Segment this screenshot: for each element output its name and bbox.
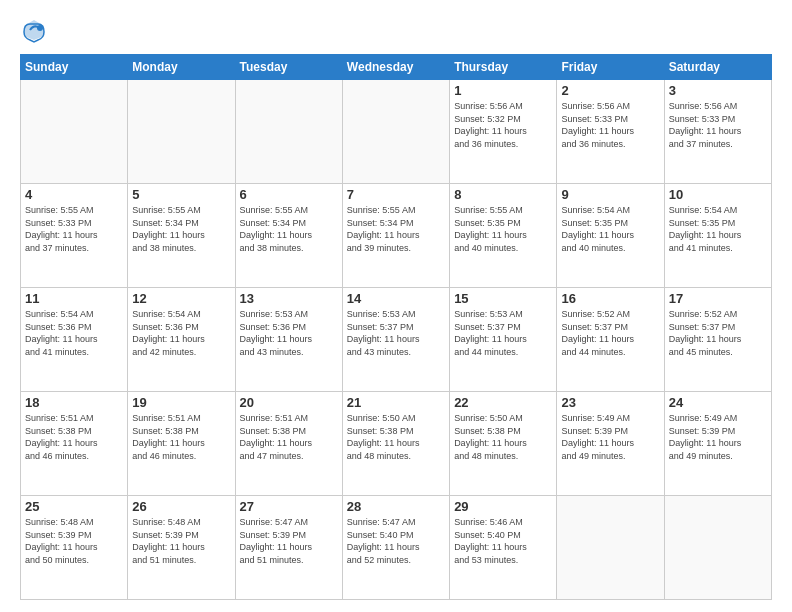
- day-number: 18: [25, 395, 123, 410]
- day-number: 3: [669, 83, 767, 98]
- calendar-week-5: 25Sunrise: 5:48 AM Sunset: 5:39 PM Dayli…: [21, 496, 772, 600]
- day-info: Sunrise: 5:47 AM Sunset: 5:40 PM Dayligh…: [347, 516, 445, 566]
- calendar-cell: 26Sunrise: 5:48 AM Sunset: 5:39 PM Dayli…: [128, 496, 235, 600]
- calendar-cell: 23Sunrise: 5:49 AM Sunset: 5:39 PM Dayli…: [557, 392, 664, 496]
- day-number: 19: [132, 395, 230, 410]
- calendar-cell: 27Sunrise: 5:47 AM Sunset: 5:39 PM Dayli…: [235, 496, 342, 600]
- calendar-week-4: 18Sunrise: 5:51 AM Sunset: 5:38 PM Dayli…: [21, 392, 772, 496]
- day-header-monday: Monday: [128, 55, 235, 80]
- day-info: Sunrise: 5:47 AM Sunset: 5:39 PM Dayligh…: [240, 516, 338, 566]
- day-number: 5: [132, 187, 230, 202]
- calendar-cell: 13Sunrise: 5:53 AM Sunset: 5:36 PM Dayli…: [235, 288, 342, 392]
- header: [20, 16, 772, 44]
- day-info: Sunrise: 5:49 AM Sunset: 5:39 PM Dayligh…: [561, 412, 659, 462]
- calendar-cell: 24Sunrise: 5:49 AM Sunset: 5:39 PM Dayli…: [664, 392, 771, 496]
- day-number: 12: [132, 291, 230, 306]
- day-header-saturday: Saturday: [664, 55, 771, 80]
- general-blue-icon: [20, 16, 48, 44]
- calendar-cell: 14Sunrise: 5:53 AM Sunset: 5:37 PM Dayli…: [342, 288, 449, 392]
- calendar-cell: 29Sunrise: 5:46 AM Sunset: 5:40 PM Dayli…: [450, 496, 557, 600]
- calendar-cell: 20Sunrise: 5:51 AM Sunset: 5:38 PM Dayli…: [235, 392, 342, 496]
- calendar-week-2: 4Sunrise: 5:55 AM Sunset: 5:33 PM Daylig…: [21, 184, 772, 288]
- day-number: 21: [347, 395, 445, 410]
- calendar-cell: 9Sunrise: 5:54 AM Sunset: 5:35 PM Daylig…: [557, 184, 664, 288]
- day-info: Sunrise: 5:48 AM Sunset: 5:39 PM Dayligh…: [25, 516, 123, 566]
- day-number: 4: [25, 187, 123, 202]
- day-info: Sunrise: 5:56 AM Sunset: 5:33 PM Dayligh…: [561, 100, 659, 150]
- day-info: Sunrise: 5:53 AM Sunset: 5:37 PM Dayligh…: [347, 308, 445, 358]
- day-info: Sunrise: 5:55 AM Sunset: 5:35 PM Dayligh…: [454, 204, 552, 254]
- page: SundayMondayTuesdayWednesdayThursdayFrid…: [0, 0, 792, 612]
- day-info: Sunrise: 5:49 AM Sunset: 5:39 PM Dayligh…: [669, 412, 767, 462]
- calendar-cell: 10Sunrise: 5:54 AM Sunset: 5:35 PM Dayli…: [664, 184, 771, 288]
- day-number: 13: [240, 291, 338, 306]
- day-info: Sunrise: 5:53 AM Sunset: 5:36 PM Dayligh…: [240, 308, 338, 358]
- calendar-cell: 8Sunrise: 5:55 AM Sunset: 5:35 PM Daylig…: [450, 184, 557, 288]
- calendar-cell: 16Sunrise: 5:52 AM Sunset: 5:37 PM Dayli…: [557, 288, 664, 392]
- day-number: 15: [454, 291, 552, 306]
- day-info: Sunrise: 5:51 AM Sunset: 5:38 PM Dayligh…: [25, 412, 123, 462]
- day-info: Sunrise: 5:50 AM Sunset: 5:38 PM Dayligh…: [454, 412, 552, 462]
- day-number: 1: [454, 83, 552, 98]
- day-number: 28: [347, 499, 445, 514]
- calendar-cell: [21, 80, 128, 184]
- calendar-cell: 7Sunrise: 5:55 AM Sunset: 5:34 PM Daylig…: [342, 184, 449, 288]
- calendar-cell: 28Sunrise: 5:47 AM Sunset: 5:40 PM Dayli…: [342, 496, 449, 600]
- day-info: Sunrise: 5:53 AM Sunset: 5:37 PM Dayligh…: [454, 308, 552, 358]
- calendar-week-1: 1Sunrise: 5:56 AM Sunset: 5:32 PM Daylig…: [21, 80, 772, 184]
- calendar-week-3: 11Sunrise: 5:54 AM Sunset: 5:36 PM Dayli…: [21, 288, 772, 392]
- logo: [20, 16, 52, 44]
- calendar-cell: [128, 80, 235, 184]
- day-info: Sunrise: 5:54 AM Sunset: 5:36 PM Dayligh…: [132, 308, 230, 358]
- calendar-cell: 15Sunrise: 5:53 AM Sunset: 5:37 PM Dayli…: [450, 288, 557, 392]
- day-info: Sunrise: 5:56 AM Sunset: 5:33 PM Dayligh…: [669, 100, 767, 150]
- day-number: 6: [240, 187, 338, 202]
- calendar-cell: 22Sunrise: 5:50 AM Sunset: 5:38 PM Dayli…: [450, 392, 557, 496]
- calendar-cell: 18Sunrise: 5:51 AM Sunset: 5:38 PM Dayli…: [21, 392, 128, 496]
- day-info: Sunrise: 5:48 AM Sunset: 5:39 PM Dayligh…: [132, 516, 230, 566]
- day-info: Sunrise: 5:55 AM Sunset: 5:34 PM Dayligh…: [240, 204, 338, 254]
- calendar-cell: 12Sunrise: 5:54 AM Sunset: 5:36 PM Dayli…: [128, 288, 235, 392]
- day-number: 8: [454, 187, 552, 202]
- calendar-cell: 21Sunrise: 5:50 AM Sunset: 5:38 PM Dayli…: [342, 392, 449, 496]
- day-info: Sunrise: 5:50 AM Sunset: 5:38 PM Dayligh…: [347, 412, 445, 462]
- day-number: 25: [25, 499, 123, 514]
- day-info: Sunrise: 5:51 AM Sunset: 5:38 PM Dayligh…: [240, 412, 338, 462]
- calendar-cell: 5Sunrise: 5:55 AM Sunset: 5:34 PM Daylig…: [128, 184, 235, 288]
- day-number: 20: [240, 395, 338, 410]
- day-info: Sunrise: 5:54 AM Sunset: 5:35 PM Dayligh…: [561, 204, 659, 254]
- day-header-sunday: Sunday: [21, 55, 128, 80]
- calendar-cell: 4Sunrise: 5:55 AM Sunset: 5:33 PM Daylig…: [21, 184, 128, 288]
- calendar-cell: [664, 496, 771, 600]
- day-number: 24: [669, 395, 767, 410]
- day-number: 29: [454, 499, 552, 514]
- calendar-table: SundayMondayTuesdayWednesdayThursdayFrid…: [20, 54, 772, 600]
- day-info: Sunrise: 5:54 AM Sunset: 5:36 PM Dayligh…: [25, 308, 123, 358]
- calendar-cell: 3Sunrise: 5:56 AM Sunset: 5:33 PM Daylig…: [664, 80, 771, 184]
- day-header-friday: Friday: [557, 55, 664, 80]
- day-header-wednesday: Wednesday: [342, 55, 449, 80]
- calendar-cell: 1Sunrise: 5:56 AM Sunset: 5:32 PM Daylig…: [450, 80, 557, 184]
- day-info: Sunrise: 5:55 AM Sunset: 5:34 PM Dayligh…: [347, 204, 445, 254]
- day-number: 14: [347, 291, 445, 306]
- calendar-cell: [342, 80, 449, 184]
- day-info: Sunrise: 5:55 AM Sunset: 5:34 PM Dayligh…: [132, 204, 230, 254]
- day-number: 7: [347, 187, 445, 202]
- day-number: 17: [669, 291, 767, 306]
- day-info: Sunrise: 5:46 AM Sunset: 5:40 PM Dayligh…: [454, 516, 552, 566]
- day-number: 10: [669, 187, 767, 202]
- day-number: 23: [561, 395, 659, 410]
- calendar-cell: 25Sunrise: 5:48 AM Sunset: 5:39 PM Dayli…: [21, 496, 128, 600]
- day-number: 26: [132, 499, 230, 514]
- day-number: 22: [454, 395, 552, 410]
- day-info: Sunrise: 5:51 AM Sunset: 5:38 PM Dayligh…: [132, 412, 230, 462]
- calendar-cell: [235, 80, 342, 184]
- calendar-cell: [557, 496, 664, 600]
- day-header-thursday: Thursday: [450, 55, 557, 80]
- calendar-header-row: SundayMondayTuesdayWednesdayThursdayFrid…: [21, 55, 772, 80]
- calendar-cell: 19Sunrise: 5:51 AM Sunset: 5:38 PM Dayli…: [128, 392, 235, 496]
- calendar-cell: 11Sunrise: 5:54 AM Sunset: 5:36 PM Dayli…: [21, 288, 128, 392]
- calendar-cell: 2Sunrise: 5:56 AM Sunset: 5:33 PM Daylig…: [557, 80, 664, 184]
- day-number: 27: [240, 499, 338, 514]
- day-info: Sunrise: 5:55 AM Sunset: 5:33 PM Dayligh…: [25, 204, 123, 254]
